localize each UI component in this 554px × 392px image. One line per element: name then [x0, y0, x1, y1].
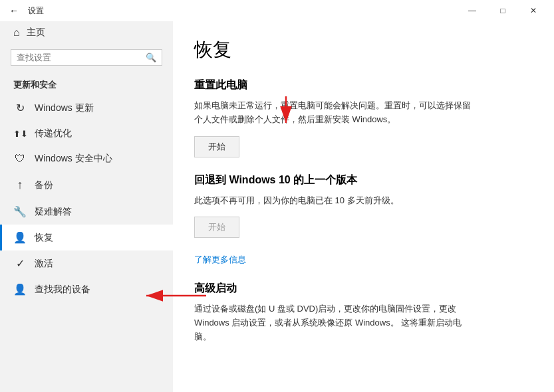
rollback-desc: 此选项不再可用，因为你的电脑已在 10 多天前升级。 [194, 194, 533, 208]
sidebar-item-recovery[interactable]: 👤 恢复 [0, 225, 173, 250]
sidebar-item-label: 疑难解答 [35, 206, 72, 218]
find-device-icon: 👤 [13, 283, 27, 296]
search-icon: 🔍 [146, 52, 156, 62]
sidebar-item-label: Windows 安全中心 [35, 153, 112, 165]
title-text: 设置 [28, 5, 44, 17]
rollback-button[interactable]: 开始 [194, 217, 239, 238]
activation-icon: ✓ [13, 257, 27, 270]
update-icon: ↻ [13, 102, 27, 114]
back-button[interactable]: ← [5, 2, 23, 19]
close-button[interactable]: ✕ [518, 0, 549, 21]
sidebar-item-label: 传递优化 [35, 128, 72, 140]
title-bar-left: ← 设置 [5, 2, 44, 19]
backup-icon: ↑ [13, 178, 27, 192]
wrench-icon: 🔧 [13, 205, 27, 218]
recovery-icon: 👤 [13, 231, 27, 244]
sidebar-item-label: 激活 [35, 258, 53, 270]
reset-pc-button[interactable]: 开始 [194, 136, 239, 157]
title-bar-controls: — □ ✕ [457, 0, 549, 21]
sidebar-item-activation[interactable]: ✓ 激活 [0, 250, 173, 276]
sidebar-item-label: 恢复 [35, 232, 53, 244]
sidebar-item-label: Windows 更新 [35, 102, 94, 114]
rollback-title: 回退到 Windows 10 的上一个版本 [194, 173, 533, 187]
search-input[interactable] [17, 52, 146, 62]
minimize-button[interactable]: — [457, 0, 487, 21]
sidebar-item-label: 备份 [35, 179, 53, 191]
sidebar: ⌂ 主页 🔍 更新和安全 ↻ Windows 更新 ⬆⬇ 传递优化 🛡 Wind… [0, 21, 173, 392]
shield-icon: 🛡 [13, 153, 27, 165]
sidebar-item-troubleshoot[interactable]: 🔧 疑难解答 [0, 199, 173, 225]
sidebar-item-label: 查找我的设备 [35, 284, 90, 296]
main-container: ⌂ 主页 🔍 更新和安全 ↻ Windows 更新 ⬆⬇ 传递优化 🛡 Wind… [0, 21, 554, 392]
learn-more-link[interactable]: 了解更多信息 [194, 254, 533, 266]
maximize-button[interactable]: □ [487, 0, 518, 21]
advanced-startup-desc: 通过设备或磁盘(如 U 盘或 DVD)启动，更改你的电脑固件设置，更改Windo… [194, 302, 533, 343]
sidebar-item-backup[interactable]: ↑ 备份 [0, 171, 173, 199]
sidebar-item-home[interactable]: ⌂ 主页 [0, 21, 173, 44]
content-area: 恢复 重置此电脑 如果电脑未正常运行，重置电脑可能会解决问题。重置时，可以选择保… [173, 21, 554, 392]
advanced-startup-title: 高级启动 [194, 282, 533, 296]
title-bar: ← 设置 — □ ✕ [0, 0, 554, 21]
sidebar-item-find-device[interactable]: 👤 查找我的设备 [0, 276, 173, 302]
home-icon: ⌂ [13, 27, 20, 39]
sidebar-item-windows-update[interactable]: ↻ Windows 更新 [0, 95, 173, 121]
search-box[interactable]: 🔍 [11, 49, 162, 66]
delivery-icon: ⬆⬇ [13, 129, 27, 139]
reset-pc-title: 重置此电脑 [194, 78, 533, 92]
sidebar-item-security[interactable]: 🛡 Windows 安全中心 [0, 146, 173, 171]
home-label: 主页 [27, 27, 45, 39]
reset-pc-desc: 如果电脑未正常运行，重置电脑可能会解决问题。重置时，可以选择保留个人文件或删除个… [194, 99, 533, 127]
sidebar-section-label: 更新和安全 [0, 71, 173, 95]
page-title: 恢复 [194, 37, 533, 62]
sidebar-item-delivery[interactable]: ⬆⬇ 传递优化 [0, 121, 173, 146]
